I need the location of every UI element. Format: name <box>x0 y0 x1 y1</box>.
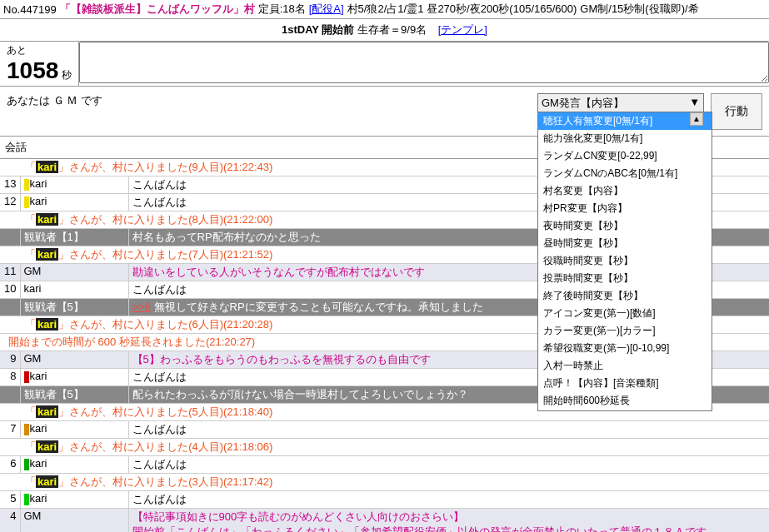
role-list: 村5/狼2/占1/霊1 <box>347 2 424 17</box>
dropdown-option[interactable]: 村名変更【内容】 <box>538 182 712 200</box>
log-row: 4GM【特記事項如きに900字も読むのがめんどくさい人向けのおさらい】 開始前「… <box>0 509 769 533</box>
your-role: あなたは Ｇ Ｍ です <box>7 94 102 107</box>
dropdown-option[interactable]: 点呼！【内容】[音楽種類] <box>538 375 712 392</box>
gm-action-select[interactable]: GM発言【内容】 ▼ <box>537 93 704 113</box>
day-label: 1stDAY 開始前 <box>282 23 354 36</box>
dropdown-option[interactable]: ランダムCN変更[0-22,99] <box>538 147 712 165</box>
capacity: 定員:18名 <box>258 2 306 17</box>
log-row: 5kariこんばんは <box>0 491 769 509</box>
time-config: 昼270秒/夜200秒(105/165/600) <box>427 2 577 17</box>
timer-box: あと 1058 秒 <box>0 42 79 86</box>
dropdown-option[interactable]: アイコン変更(第一)[数値] <box>538 305 712 322</box>
dropdown-option[interactable]: 聴狂人有無変更[0無/1有] <box>538 112 712 130</box>
dropdown-option[interactable]: －－－－－－－ <box>538 410 712 411</box>
template-link[interactable]: [テンプレ] <box>438 23 487 36</box>
dropdown-option[interactable]: ランダムCNのABC名[0無/1有] <box>538 165 712 182</box>
timer-sec: 秒 <box>62 69 72 81</box>
village-title: 「【雑談板派生】こんばんワッフル」村 <box>60 2 255 17</box>
dropdown-option[interactable]: 希望役職変更(第一)[0-10,99] <box>538 340 712 357</box>
chevron-down-icon: ▼ <box>689 96 700 111</box>
survivors: 生存者＝9/9名 <box>357 23 427 36</box>
log-row: 「kari」さんが、村に入りました(3人目)(21:17:42) <box>0 474 769 491</box>
chat-input[interactable] <box>79 42 769 83</box>
role-row: あなたは Ｇ Ｍ です GM発言【内容】 ▼ 聴狂人有無変更[0無/1有]能力強… <box>0 87 769 137</box>
select-label: GM発言【内容】 <box>542 96 624 111</box>
dropdown-option[interactable]: 昼時間変更【秒】 <box>538 235 712 252</box>
timer-num: 1058 <box>7 57 58 83</box>
header-bar: No.447199 「【雑談板派生】こんばんワッフル」村 定員:18名 [配役A… <box>0 0 769 19</box>
dropdown-option[interactable]: 村PR変更【内容】 <box>538 200 712 217</box>
scroll-up-arrow[interactable]: ▲ <box>690 112 703 126</box>
log-row: 7kariこんばんは <box>0 421 769 439</box>
dropdown-option[interactable]: カラー変更(第一)[カラー] <box>538 322 712 340</box>
village-no: No.447199 <box>3 3 57 16</box>
role-config-link[interactable]: [配役A] <box>309 2 344 17</box>
dropdown-option[interactable]: 開始時間600秒延長 <box>538 392 712 410</box>
dropdown-option[interactable]: 能力強化変更[0無/1有] <box>538 130 712 147</box>
log-row: 「kari」さんが、村に入りました(4人目)(21:18:06) <box>0 439 769 456</box>
timer-ato: あと <box>7 43 72 57</box>
dropdown-option[interactable]: 役職時間変更【秒】 <box>538 252 712 270</box>
dropdown-option[interactable]: 夜時間変更【秒】 <box>538 217 712 235</box>
dropdown-option[interactable]: 終了後時間変更【秒】 <box>538 287 712 305</box>
dropdown-option[interactable]: 投票時間変更【秒】 <box>538 270 712 287</box>
log-row: 6kariこんばんは <box>0 456 769 474</box>
day-row: 1stDAY 開始前 生存者＝9/9名 [テンプレ] <box>0 19 769 42</box>
timer-row: あと 1058 秒 <box>0 42 769 87</box>
gm-action-dropdown: 聴狂人有無変更[0無/1有]能力強化変更[0無/1有]ランダムCN変更[0-22… <box>537 112 712 411</box>
dropdown-option[interactable]: 入村一時禁止 <box>538 357 712 375</box>
action-button[interactable]: 行動 <box>711 93 762 130</box>
gm-config: GM制/15秒制(役職即)/希 <box>580 2 698 17</box>
